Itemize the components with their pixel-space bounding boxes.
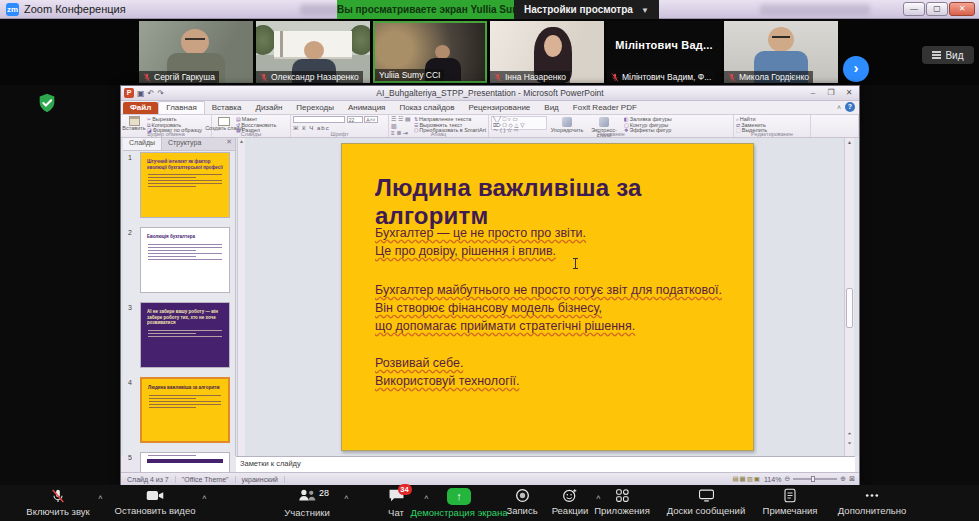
grow-shrink-font-buttons[interactable]: A˄˅ xyxy=(364,116,378,123)
tab-transitions[interactable]: Переходы xyxy=(289,102,341,114)
slides-panel: Слайды Структура ✕ 1 Штучний інтелект як… xyxy=(123,138,236,456)
previous-slide-button[interactable]: ⏶ xyxy=(845,430,854,437)
thumbnail-text-lines xyxy=(141,244,229,260)
participant-tile[interactable]: Микола Гордієнко xyxy=(724,21,838,83)
tab-view[interactable]: Вид xyxy=(537,102,565,114)
slide-thumbnail-3[interactable]: АІ не забере вашу роботу — він забере ро… xyxy=(140,302,230,368)
next-participants-page-button[interactable]: › xyxy=(843,56,869,82)
powerpoint-window-title: AI_Buhgalteriya_STPP_Presentation - Micr… xyxy=(121,88,859,98)
notes-button[interactable]: Примечания xyxy=(752,488,828,516)
slide-area-scrollbar[interactable]: ▲ ⏶ ⏷ xyxy=(844,138,854,456)
zoom-level: 114% xyxy=(764,476,781,483)
participant-tile[interactable]: Інна Назаренко xyxy=(490,21,604,83)
record-button[interactable]: Запись xyxy=(500,488,544,516)
slide-text-line: Бухгалтер майбутнього не просто готує зв… xyxy=(375,283,722,297)
participants-icon xyxy=(297,488,317,503)
font-size-combo[interactable]: 22 xyxy=(347,116,363,123)
zoom-in-button[interactable]: ⊕ xyxy=(840,475,846,483)
fit-to-window-button[interactable]: ⊠ xyxy=(849,475,855,483)
participant-name: Микола Гордієнко xyxy=(739,72,809,82)
ppt-minimize-button[interactable]: – xyxy=(806,88,820,97)
maximize-button[interactable]: ▢ xyxy=(926,2,948,16)
notes-pane[interactable]: Заметки к слайду xyxy=(236,456,855,472)
slide-thumbnail-1[interactable]: Штучний інтелект як фактор еволюції бухг… xyxy=(140,152,230,218)
new-slide-button[interactable]: Создать слайд xyxy=(214,116,234,130)
panel-tab-slides[interactable]: Слайды xyxy=(123,138,162,150)
meeting-security-shield-icon[interactable] xyxy=(36,92,58,114)
language-indicator[interactable]: украинский xyxy=(236,476,286,483)
video-options-chevron[interactable]: ˄ xyxy=(202,493,207,502)
slide-text-line: Це про довіру, рішення і вплив. xyxy=(375,244,556,258)
thumbnail-text-lines xyxy=(141,455,229,456)
paste-button[interactable]: Вставить xyxy=(123,116,145,130)
panel-tab-outline[interactable]: Структура xyxy=(162,138,207,150)
view-shortcut-buttons[interactable]: ▤▦▥▣ xyxy=(732,475,761,483)
scrollbar-thumb[interactable] xyxy=(846,288,853,328)
tab-home[interactable]: Главная xyxy=(158,101,204,114)
list-align-buttons[interactable]: ☰ ☱ ▤ ▥ ≡ ≣ ⇥ ⇤ xyxy=(391,116,412,130)
more-button[interactable]: Дополнительно xyxy=(828,488,916,516)
current-slide-canvas[interactable]: Людина важливіша за алгоритм Бухгалтер —… xyxy=(341,143,754,451)
view-settings-dropdown[interactable]: Настройки просмотра▼ xyxy=(514,0,659,19)
stop-video-button[interactable]: Остановить видео xyxy=(100,488,210,516)
shapes-gallery[interactable]: ╲ ╱ □ ○ ▭ ⌦ ⬠ ◇ △ ▽ 〜 ( ) ☆ ⇨ xyxy=(491,116,547,130)
tab-foxit[interactable]: Foxit Reader PDF xyxy=(566,102,644,114)
tab-design[interactable]: Дизайн xyxy=(248,102,289,114)
thumbnail-text-lines xyxy=(142,395,228,408)
zoom-slider[interactable] xyxy=(793,478,837,480)
tab-file[interactable]: Файл xyxy=(123,102,158,114)
muted-mic-icon xyxy=(260,73,268,82)
participant-name-label: Yuliia Sumy CCI xyxy=(375,69,444,81)
gallery-view-button[interactable]: Вид xyxy=(922,46,974,64)
minimize-button[interactable]: — xyxy=(903,2,925,16)
clipboard-group-label: Буфер обмена xyxy=(121,131,211,137)
scroll-up-icon[interactable]: ▲ xyxy=(845,139,854,145)
participants-options-chevron[interactable]: ˄ xyxy=(344,493,349,502)
panel-close-icon[interactable]: ✕ xyxy=(223,138,235,150)
participant-tile[interactable]: Мілінтович Вад... Мілінтович Вадим, Ф... xyxy=(607,21,721,83)
tab-review[interactable]: Рецензирование xyxy=(462,102,538,114)
tab-animations[interactable]: Анимация xyxy=(341,102,393,114)
mute-button[interactable]: Включить звук xyxy=(8,488,108,517)
ppt-close-button[interactable]: ✕ xyxy=(842,88,856,97)
video-camera-icon xyxy=(146,488,164,503)
theme-indicator: "Office Theme" xyxy=(176,476,236,483)
participant-tile[interactable]: Сергій Гаркуша xyxy=(139,21,253,83)
ribbon-spacer xyxy=(811,115,859,137)
background-blur xyxy=(760,4,870,15)
zoom-slider-knob[interactable] xyxy=(811,476,815,482)
zoom-out-button[interactable]: ⊖ xyxy=(784,475,790,483)
participant-tile-active-speaker[interactable]: Yuliia Sumy CCI xyxy=(373,21,487,83)
muted-mic-icon xyxy=(494,73,502,82)
ppt-restore-button[interactable]: ❐ xyxy=(824,88,838,97)
notes-placeholder: Заметки к слайду xyxy=(240,459,301,468)
view-settings-label: Настройки просмотра xyxy=(524,4,633,15)
whiteboards-button[interactable]: Доски сообщений xyxy=(658,488,754,516)
slides-panel-scrollbar[interactable]: ▲ xyxy=(237,138,245,456)
drawing-group: ╲ ╱ □ ○ ▭ ⌦ ⬠ ◇ △ ▽ 〜 ( ) ☆ ⇨ Упорядочит… xyxy=(489,115,734,137)
slide-thumbnail-4-selected[interactable]: Людина важливіша за алгоритм xyxy=(140,377,230,443)
close-button[interactable]: ✕ xyxy=(949,2,975,16)
help-icon[interactable]: ? xyxy=(845,102,855,112)
slide-number: 3 xyxy=(128,304,138,311)
tab-insert[interactable]: Вставка xyxy=(205,102,249,114)
apps-button[interactable]: Приложения xyxy=(586,488,658,516)
quick-styles-button[interactable]: Экспресс-стили xyxy=(587,116,621,130)
participant-name: Олександр Назаренко xyxy=(271,72,359,82)
arrange-button[interactable]: Упорядочить xyxy=(550,116,584,130)
tab-slideshow[interactable]: Показ слайдов xyxy=(392,102,461,114)
participants-count: 28 xyxy=(319,488,329,498)
slide-number: 4 xyxy=(128,379,138,386)
clipboard-group: Вставить ✂Вырезать ⧉Копировать ◪Формат п… xyxy=(121,115,212,137)
notes-document-icon xyxy=(783,488,797,503)
arrange-icon xyxy=(562,117,572,127)
collapse-ribbon-icon[interactable]: ˄ xyxy=(837,104,841,111)
font-name-combo[interactable] xyxy=(293,116,345,123)
participant-tile[interactable]: Олександр Назаренко xyxy=(256,21,370,83)
participants-button[interactable]: 28 Участники xyxy=(262,488,352,518)
next-slide-button[interactable]: ⏷ xyxy=(845,440,854,447)
slide-thumbnail-2[interactable]: Еволюція бухгалтера xyxy=(140,227,230,293)
slide-number: 2 xyxy=(128,229,138,236)
font-group: 22 A˄˅ Ж К Ч abc Шрифт xyxy=(291,115,389,137)
powerpoint-workspace: Слайды Структура ✕ 1 Штучний інтелект як… xyxy=(121,138,859,456)
